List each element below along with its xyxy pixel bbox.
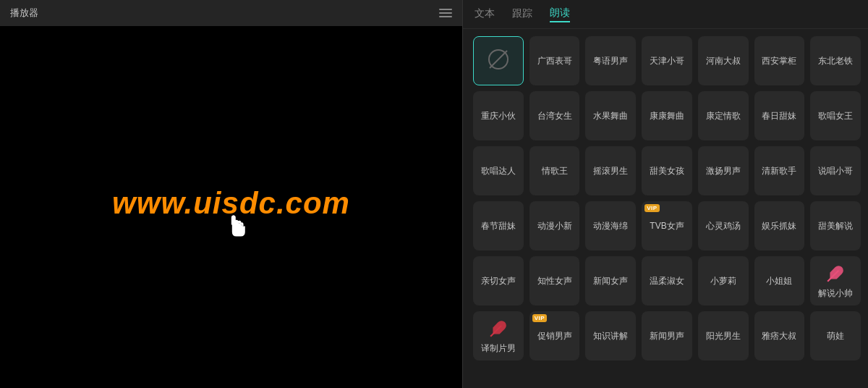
voice-card-label: 重庆小伙	[481, 110, 516, 122]
voice-card-label: 歌唱达人	[481, 165, 516, 177]
voice-card-yp[interactable]: 译制片男	[473, 311, 524, 360]
voice-card-xw[interactable]: 新闻女声	[585, 256, 636, 305]
voice-card-label: 清新歌手	[762, 165, 796, 177]
menu-icon[interactable]	[439, 9, 452, 17]
voice-card-label: 摇滚男生	[593, 165, 628, 177]
voice-card-label: 激扬男声	[706, 165, 741, 177]
voice-card-label: 歌唱女王	[818, 110, 853, 122]
voice-card-zl[interactable]: 知识讲解	[585, 311, 636, 360]
voice-card-xl[interactable]: 心灵鸡汤	[698, 201, 749, 250]
vip-badge: VIP	[532, 314, 547, 322]
tab-read[interactable]: 朗读	[550, 7, 570, 22]
voice-card-cq[interactable]: 重庆小伙	[473, 91, 524, 140]
voice-card-label: 动漫海绵	[593, 220, 628, 232]
feather-red-icon	[488, 318, 509, 340]
voice-card-gd[interactable]: 歌唱达人	[473, 146, 524, 195]
voice-card-label: 东北老铁	[818, 55, 853, 67]
voice-card-label: 春节甜妹	[481, 220, 516, 232]
voice-card-yq[interactable]: 娱乐抓妹	[754, 201, 805, 250]
voice-card-label: 小姐姐	[766, 275, 792, 287]
voice-grid: 广西表哥粤语男声天津小哥河南大叔西安掌柜东北老铁重庆小伙台湾女生水果舞曲康康舞曲…	[473, 36, 861, 360]
voice-card-label: 河南大叔	[706, 55, 741, 67]
left-panel: 播放器 www.uisdc.com	[0, 0, 463, 388]
tab-text[interactable]: 文本	[475, 7, 495, 22]
voice-card-zx[interactable]: 知性女声	[529, 256, 580, 305]
voice-card-label: 译制片男	[481, 342, 516, 355]
tab-trace[interactable]: 跟踪	[512, 7, 532, 22]
voice-card-label: 阳光男生	[706, 330, 741, 342]
voice-card-tj[interactable]: 天津小哥	[642, 36, 692, 85]
voice-card-tm[interactable]: 甜美女孩	[642, 146, 692, 195]
voice-card-label: 亲切女声	[481, 275, 516, 287]
player-header: 播放器	[0, 0, 462, 26]
voice-card-sg[interactable]: 水果舞曲	[585, 91, 636, 140]
cursor-hand-icon	[221, 210, 253, 242]
voice-card-label: TVB女声	[650, 220, 684, 232]
voice-card-db[interactable]: 东北老铁	[810, 36, 861, 85]
svg-point-0	[231, 215, 234, 218]
voice-card-kk[interactable]: 康康舞曲	[642, 91, 692, 140]
voice-card-cj[interactable]: 春节甜妹	[473, 201, 524, 250]
voice-card-label: 水果舞曲	[593, 110, 628, 122]
voice-card-label: 西安掌柜	[762, 55, 796, 67]
voice-card-xlm[interactable]: 小萝莉	[698, 256, 749, 305]
voice-card-qx[interactable]: 清新歌手	[754, 146, 805, 195]
voice-card-label: 动漫小新	[537, 220, 572, 232]
voice-card-zt[interactable]: 雅痞大叔	[754, 311, 805, 360]
voice-card-label: 情歌王	[542, 165, 568, 177]
voice-card-cx[interactable]: VIP促销男声	[529, 311, 580, 360]
voice-card-dh[interactable]: 动漫海绵	[585, 201, 636, 250]
voice-card-label: 小萝莉	[710, 275, 736, 287]
video-area[interactable]: www.uisdc.com	[0, 26, 462, 388]
voice-card-label: 康康舞曲	[650, 110, 684, 122]
voice-card-tw[interactable]: 台湾女生	[529, 91, 580, 140]
voice-card-label: 解说小帅	[818, 287, 853, 300]
voice-card-label: 促销男声	[537, 330, 572, 342]
voice-card-ct[interactable]: 春日甜妹	[754, 91, 805, 140]
voice-card-label: 说唱小哥	[818, 165, 853, 177]
voice-card-label: 雅痞大叔	[762, 330, 796, 342]
tab-bar: 文本 跟踪 朗读	[463, 0, 868, 29]
voice-card-yg[interactable]: 阳光男生	[698, 311, 749, 360]
no-voice-icon	[488, 48, 509, 70]
voice-card-xwn[interactable]: 新闻男声	[642, 311, 692, 360]
voice-card-label: 知性女声	[537, 275, 572, 287]
vip-badge: VIP	[644, 204, 659, 212]
voice-card-gw[interactable]: 歌唱女王	[810, 91, 861, 140]
voice-card-dx[interactable]: 动漫小新	[529, 201, 580, 250]
voice-card-mw[interactable]: 萌娃	[810, 311, 861, 360]
voice-card-yt[interactable]: 粤语男声	[585, 36, 636, 85]
feather-icon	[825, 263, 846, 284]
voice-card-jy[interactable]: 激扬男声	[698, 146, 749, 195]
voice-card-label: 新闻女声	[593, 275, 628, 287]
voice-card-label: 萌娃	[827, 330, 844, 342]
voice-card-none[interactable]	[473, 36, 524, 85]
voice-card-ws[interactable]: 温柔淑女	[642, 256, 692, 305]
voice-card-kd[interactable]: 康定情歌	[698, 91, 749, 140]
voice-card-label: 新闻男声	[650, 330, 684, 342]
voice-card-label: 广西表哥	[537, 55, 572, 67]
voice-card-qg[interactable]: 情歌王	[529, 146, 580, 195]
voice-card-label: 甜美解说	[818, 220, 853, 232]
voice-card-label: 温柔淑女	[650, 275, 684, 287]
voice-card-qn[interactable]: 亲切女声	[473, 256, 524, 305]
voice-card-label: 娱乐抓妹	[762, 220, 796, 232]
right-panel: 文本 跟踪 朗读 广西表哥粤语男声天津小哥河南大叔西安掌柜东北老铁重庆小伙台湾女…	[463, 0, 868, 388]
voice-card-xjj[interactable]: 小姐姐	[754, 256, 805, 305]
voice-card-label: 天津小哥	[650, 55, 684, 67]
voice-card-tvb[interactable]: VIPTVB女声	[642, 201, 692, 250]
voice-card-label: 心灵鸡汤	[706, 220, 741, 232]
voice-card-ts[interactable]: 甜美解说	[810, 201, 861, 250]
voice-card-yl[interactable]: 摇滚男生	[585, 146, 636, 195]
voice-grid-container[interactable]: 广西表哥粤语男声天津小哥河南大叔西安掌柜东北老铁重庆小伙台湾女生水果舞曲康康舞曲…	[463, 29, 868, 388]
player-title: 播放器	[10, 7, 38, 20]
voice-card-label: 春日甜妹	[762, 110, 796, 122]
voice-card-label: 甜美女孩	[650, 165, 684, 177]
voice-card-sx[interactable]: 说唱小哥	[810, 146, 861, 195]
voice-card-label: 知识讲解	[593, 330, 628, 342]
voice-card-hn[interactable]: 河南大叔	[698, 36, 749, 85]
voice-card-gx[interactable]: 广西表哥	[529, 36, 580, 85]
voice-card-js[interactable]: 解说小帅	[810, 256, 861, 305]
voice-card-xa[interactable]: 西安掌柜	[754, 36, 805, 85]
voice-card-label: 康定情歌	[706, 110, 741, 122]
